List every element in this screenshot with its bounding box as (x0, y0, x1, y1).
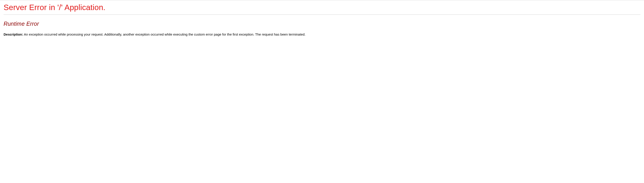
error-page-container: Server Error in '/' Application. Runtime… (0, 0, 644, 39)
description-text: An exception occurred while processing y… (24, 32, 306, 36)
description-line: Description: An exception occurred while… (4, 32, 640, 37)
page-title: Server Error in '/' Application. (4, 3, 640, 12)
divider (4, 14, 640, 15)
error-subtitle: Runtime Error (4, 20, 640, 27)
description-label: Description: (4, 32, 23, 36)
